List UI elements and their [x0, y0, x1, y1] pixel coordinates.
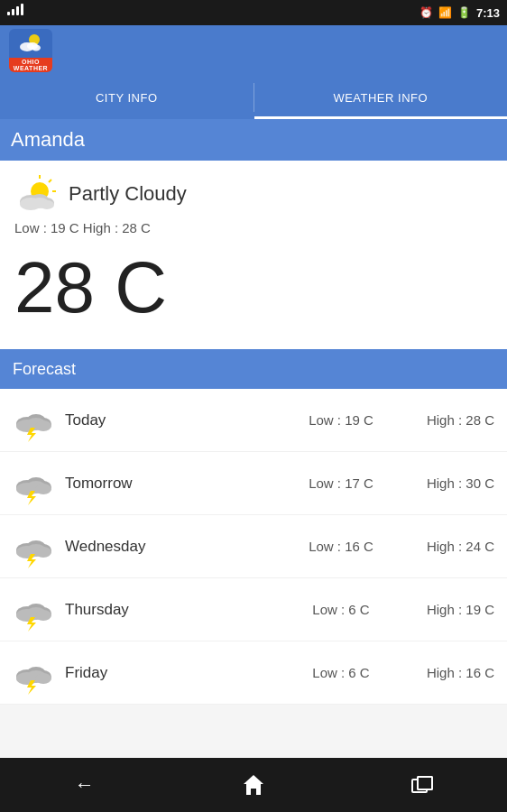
forecast-title: Forecast	[13, 360, 76, 379]
condition-icon	[14, 171, 60, 217]
wifi-icon: 📶	[438, 6, 452, 19]
condition-row: Partly Cloudy	[14, 171, 493, 217]
forecast-day: Friday	[65, 664, 287, 682]
forecast-day: Tomorrow	[65, 475, 287, 493]
forecast-low: Low : 6 C	[287, 602, 395, 617]
forecast-row: Wednesday Low : 16 C High : 24 C	[0, 515, 507, 578]
bottom-nav: ←	[0, 758, 507, 812]
forecast-icon	[13, 462, 56, 505]
forecast-row: Friday Low : 6 C High : 16 C	[0, 641, 507, 705]
app-header: OHIOWEATHER	[0, 25, 507, 76]
forecast-low: Low : 17 C	[287, 475, 395, 491]
back-button[interactable]: ←	[58, 767, 112, 803]
forecast-high: High : 24 C	[395, 539, 494, 554]
forecast-icon	[13, 588, 56, 632]
tab-weather-info[interactable]: WEATHER INFO	[254, 76, 508, 119]
forecast-list: Today Low : 19 C High : 28 C Tomorrow Lo…	[0, 389, 507, 705]
svg-point-41	[35, 610, 51, 621]
svg-point-20	[35, 420, 51, 431]
svg-point-34	[35, 547, 51, 558]
city-bar: Amanda	[0, 119, 507, 161]
city-name: Amanda	[11, 128, 85, 152]
app-logo: OHIOWEATHER	[9, 29, 52, 72]
forecast-icon	[13, 525, 56, 568]
tab-city-info[interactable]: CITY INFO	[0, 76, 254, 119]
status-left-icons	[7, 4, 23, 15]
tab-bar: CITY INFO WEATHER INFO	[0, 76, 507, 119]
svg-point-14	[40, 200, 54, 209]
forecast-high: High : 30 C	[395, 475, 494, 491]
current-temp: 28 C	[14, 243, 493, 342]
svg-rect-52	[418, 777, 432, 789]
forecast-row: Tomorrow Low : 17 C High : 30 C	[0, 452, 507, 515]
forecast-day: Thursday	[65, 601, 287, 619]
forecast-header: Forecast	[0, 349, 507, 389]
svg-point-27	[35, 484, 51, 494]
forecast-row: Thursday Low : 6 C High : 19 C	[0, 578, 507, 641]
forecast-day: Wednesday	[65, 538, 287, 556]
forecast-icon	[13, 651, 56, 695]
svg-point-48	[35, 673, 51, 684]
forecast-high: High : 16 C	[395, 665, 494, 680]
logo-icon	[9, 29, 52, 58]
logo-label: OHIOWEATHER	[9, 58, 52, 72]
forecast-high: High : 28 C	[395, 412, 494, 428]
forecast-low: Low : 16 C	[287, 539, 395, 554]
forecast-day: Today	[65, 411, 287, 429]
forecast-low: Low : 6 C	[287, 665, 395, 680]
condition-text: Partly Cloudy	[69, 182, 187, 206]
forecast-icon	[13, 399, 56, 442]
battery-icon: 🔋	[457, 6, 471, 19]
status-bar: ⏰ 📶 🔋 7:13	[0, 0, 507, 25]
current-weather-panel: Partly Cloudy Low : 19 C High : 28 C 28 …	[0, 161, 507, 349]
forecast-row: Today Low : 19 C High : 28 C	[0, 389, 507, 452]
svg-point-3	[32, 45, 41, 51]
home-button[interactable]	[226, 767, 281, 803]
recent-apps-button[interactable]	[395, 767, 449, 803]
forecast-high: High : 19 C	[395, 602, 494, 617]
alarm-icon: ⏰	[419, 6, 433, 19]
svg-marker-50	[244, 775, 263, 795]
temp-range: Low : 19 C High : 28 C	[14, 220, 493, 235]
svg-line-6	[49, 180, 51, 182]
forecast-low: Low : 19 C	[287, 412, 395, 428]
status-time: 7:13	[476, 6, 500, 20]
